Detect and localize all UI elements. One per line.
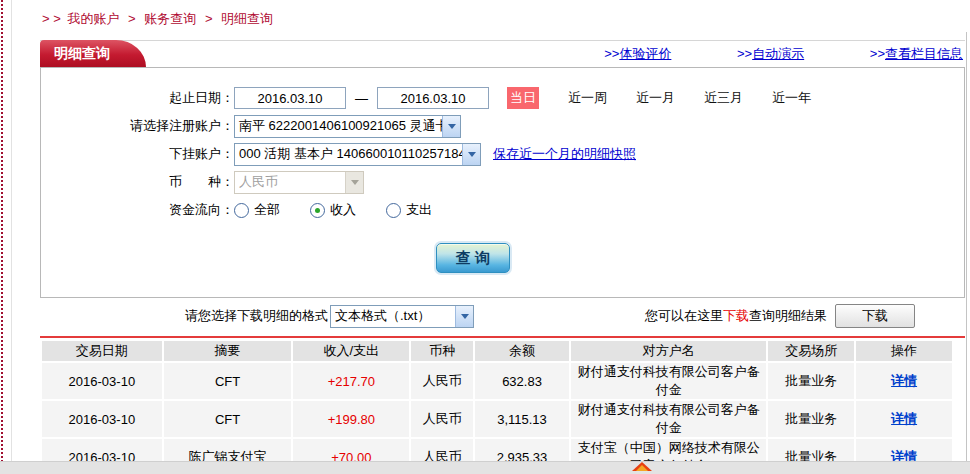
breadcrumb-separator: > xyxy=(205,11,213,26)
date-range-label: 起止日期： xyxy=(41,89,234,107)
breadcrumb-item-my-account[interactable]: 我的账户 xyxy=(67,11,119,26)
auto-demo-link[interactable]: >>自动演示 xyxy=(737,46,804,61)
currency-label: 币 种： xyxy=(41,173,234,191)
cell-summary: CFT xyxy=(164,401,292,437)
chevron-down-icon xyxy=(455,306,473,327)
register-account-label: 请选择注册账户： xyxy=(41,117,234,135)
fund-flow-label: 资金流向： xyxy=(41,201,234,219)
link-prefix: >> xyxy=(604,46,619,61)
flow-option-all[interactable]: 全部 xyxy=(234,201,280,219)
cell-action: 详情 xyxy=(856,401,952,437)
col-header-place: 交易场所 xyxy=(768,341,854,361)
quick-range-quarter[interactable]: 近三月 xyxy=(704,89,743,107)
download-format-group: 请您选择下载明细的格式 文本格式（.txt） xyxy=(185,305,474,328)
fund-flow-row: 资金流向： 全部 收入 支出 xyxy=(41,196,964,224)
tab-detail-query[interactable]: 明细查询 xyxy=(40,40,116,67)
download-hint-pre: 您可以在这里 xyxy=(645,307,723,325)
col-header-currency: 币种 xyxy=(411,341,473,361)
chevron-down-icon xyxy=(442,116,460,137)
download-format-value: 文本格式（.txt） xyxy=(331,307,455,325)
breadcrumb-item-account-query[interactable]: 账务查询 xyxy=(144,11,196,26)
currency-row: 币 种： 人民币 xyxy=(41,168,964,196)
download-button[interactable]: 下载 xyxy=(835,304,915,328)
breadcrumb: > > 我的账户 > 账务查询 > 明细查询 xyxy=(40,0,965,32)
cell-currency: 人民币 xyxy=(411,363,473,399)
table-row: 2016-03-10 CFT +199.80 人民币 3,115.13 财付通支… xyxy=(42,401,952,437)
left-dotted-border xyxy=(1,0,3,474)
today-badge[interactable]: 当日 xyxy=(507,87,539,109)
quick-range-year[interactable]: 近一年 xyxy=(772,89,811,107)
tab-row: 明细查询 >>体验评价 >>自动演示 >>查看栏目信息 xyxy=(40,40,965,67)
table-header-row: 交易日期 摘要 收入/支出 币种 余额 对方户名 交易场所 操作 xyxy=(42,341,952,361)
tab-label: 明细查询 xyxy=(54,45,110,61)
cell-amount: +199.80 xyxy=(293,401,409,437)
main-content: > > 我的账户 > 账务查询 > 明细查询 明细查询 >>体验评价 >>自动演… xyxy=(40,0,965,474)
tab-top-rule xyxy=(40,40,965,41)
cell-summary: CFT xyxy=(164,363,292,399)
query-button[interactable]: 查 询 xyxy=(436,243,510,273)
cell-date: 2016-03-10 xyxy=(42,363,162,399)
col-header-counterparty: 对方户名 xyxy=(571,341,766,361)
quick-range-week[interactable]: 近一周 xyxy=(568,89,607,107)
save-month-snapshot-link[interactable]: 保存近一个月的明细快照 xyxy=(493,145,636,163)
breadcrumb-prefix: > > xyxy=(42,11,61,26)
cell-balance: 3,115.13 xyxy=(475,401,569,437)
cell-balance: 632.83 xyxy=(475,363,569,399)
cell-counterparty: 财付通支付科技有限公司客户备付金 xyxy=(571,401,766,437)
radio-checked-icon[interactable] xyxy=(310,203,325,218)
chevron-down-icon xyxy=(462,144,480,165)
col-header-balance: 余额 xyxy=(475,341,569,361)
scroll-to-top-icon[interactable] xyxy=(632,462,652,471)
detail-link[interactable]: 详情 xyxy=(891,373,917,388)
currency-select: 人民币 xyxy=(234,171,364,194)
table-row: 2016-03-10 CFT +217.70 人民币 632.83 财付通支付科… xyxy=(42,363,952,399)
currency-value: 人民币 xyxy=(235,173,345,191)
flow-option-all-label: 全部 xyxy=(254,201,280,219)
download-format-label: 请您选择下载明细的格式 xyxy=(185,307,328,325)
sub-account-select[interactable]: 000 活期 基本户 1406600101102571848 xyxy=(234,143,481,166)
sub-account-label: 下挂账户： xyxy=(41,145,234,163)
col-header-action: 操作 xyxy=(856,341,952,361)
cell-amount: +217.70 xyxy=(293,363,409,399)
date-range-row: 起止日期： — 当日 近一周 近一月 近三月 近一年 xyxy=(41,84,964,112)
flow-option-expense[interactable]: 支出 xyxy=(386,201,432,219)
cell-date: 2016-03-10 xyxy=(42,401,162,437)
view-column-info-link[interactable]: >>查看栏目信息 xyxy=(870,46,963,61)
breadcrumb-item-detail-query: 明细查询 xyxy=(221,11,273,26)
link-label: 体验评价 xyxy=(619,46,671,61)
breadcrumb-separator: > xyxy=(128,11,136,26)
download-format-select[interactable]: 文本格式（.txt） xyxy=(330,305,474,328)
register-account-select[interactable]: 南平 6222001406100921065 灵通卡 xyxy=(234,115,461,138)
transactions-table: 交易日期 摘要 收入/支出 币种 余额 对方户名 交易场所 操作 2016-03… xyxy=(40,339,954,474)
quick-range-month[interactable]: 近一月 xyxy=(636,89,675,107)
detail-link[interactable]: 详情 xyxy=(891,411,917,426)
register-account-value: 南平 6222001406100921065 灵通卡 xyxy=(235,117,442,135)
flow-option-income[interactable]: 收入 xyxy=(310,201,356,219)
col-header-amount: 收入/支出 xyxy=(293,341,409,361)
date-to-input[interactable] xyxy=(377,87,489,109)
download-hint-post: 查询明细结果 xyxy=(749,307,827,325)
link-prefix: >> xyxy=(737,46,752,61)
radio-unchecked-icon[interactable] xyxy=(234,203,249,218)
cell-place: 批量业务 xyxy=(768,401,854,437)
download-row: 请您选择下载明细的格式 文本格式（.txt） 您可以在这里下载查询明细结果 下载 xyxy=(40,301,965,331)
bottom-bar xyxy=(0,461,970,474)
red-divider xyxy=(40,336,965,338)
date-from-input[interactable] xyxy=(234,87,346,109)
left-divider-line xyxy=(11,0,12,461)
cell-counterparty: 财付通支付科技有限公司客户备付金 xyxy=(571,363,766,399)
download-hint-group: 您可以在这里下载查询明细结果 下载 xyxy=(645,304,915,328)
header-links: >>体验评价 >>自动演示 >>查看栏目信息 xyxy=(542,45,963,63)
col-header-date: 交易日期 xyxy=(42,341,162,361)
cell-currency: 人民币 xyxy=(411,401,473,437)
register-account-row: 请选择注册账户： 南平 6222001406100921065 灵通卡 xyxy=(41,112,964,140)
radio-unchecked-icon[interactable] xyxy=(386,203,401,218)
query-form: 起止日期： — 当日 近一周 近一月 近三月 近一年 请选择注册账户： 南平 6… xyxy=(40,67,965,298)
flow-option-expense-label: 支出 xyxy=(406,201,432,219)
download-hint-link[interactable]: 下载 xyxy=(723,307,749,325)
sub-account-row: 下挂账户： 000 活期 基本户 1406600101102571848 保存近… xyxy=(41,140,964,168)
flow-option-income-label: 收入 xyxy=(330,201,356,219)
experience-review-link[interactable]: >>体验评价 xyxy=(604,46,671,61)
date-range-dash: — xyxy=(355,91,368,106)
link-label: 查看栏目信息 xyxy=(885,46,963,61)
